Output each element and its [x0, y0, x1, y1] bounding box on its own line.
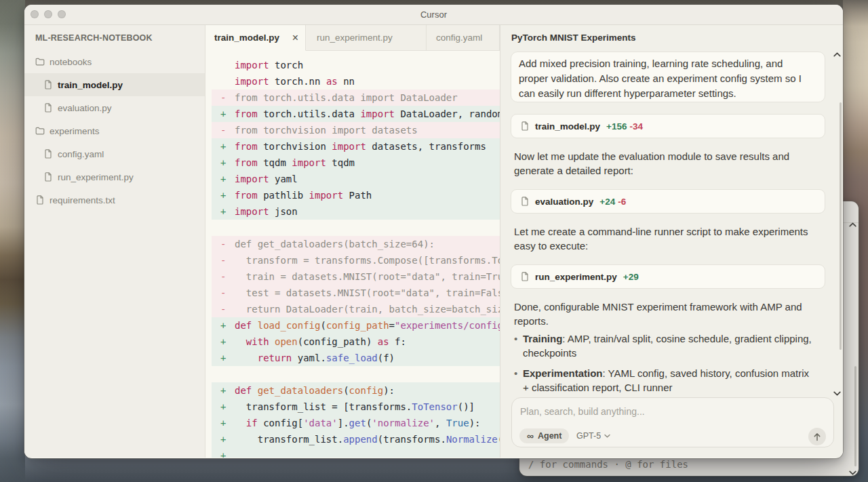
close-tab-icon[interactable]: ×	[292, 33, 298, 43]
diff-removed-sign: -	[220, 268, 226, 285]
sidebar-item-train_model.py[interactable]: train_model.py	[24, 73, 205, 96]
code-line: - test = datasets.MNIST(root="data", tra…	[212, 285, 500, 301]
code-text: with open(config_path) as f:	[235, 334, 406, 350]
diff-added-sign: +	[220, 138, 226, 155]
diff-added-sign: +	[220, 415, 226, 431]
code-line: +import yaml	[212, 171, 500, 187]
sidebar-item-notebooks[interactable]: notebooks	[24, 50, 205, 73]
scroll-down-icon[interactable]	[849, 470, 856, 475]
diff-removed-sign: -	[220, 252, 226, 268]
command-hint: / for commands · @ for files	[528, 459, 688, 470]
diff-removed-sign: -	[220, 236, 226, 252]
code-area[interactable]: import torchimport torch.nn as nn-from t…	[205, 51, 500, 458]
code-line: +import json	[212, 203, 500, 220]
agent-mode-selector[interactable]: ∞ Agent	[519, 428, 569, 443]
send-button[interactable]	[808, 428, 826, 445]
sidebar-item-evaluation.py[interactable]: evaluation.py	[24, 96, 205, 119]
diff-removed-sign: -	[220, 301, 226, 317]
sidebar-item-config.yaml[interactable]: config.yaml	[24, 142, 205, 165]
model-selector[interactable]: GPT-5	[576, 428, 610, 443]
code-line: + if config['data'].get('normalize', Tru…	[212, 415, 500, 431]
code-text: transform = transforms.Compose([transfor…	[235, 252, 500, 268]
code-text: test = datasets.MNIST(root="data", train…	[235, 285, 500, 301]
tab-label: config.yaml	[436, 33, 482, 43]
code-line: +from pathlib import Path	[212, 187, 500, 203]
code-text: return DataLoader(train, batch_size=batc…	[235, 301, 500, 317]
file-icon	[43, 149, 53, 159]
code-line: -def get_dataloaders(batch_size=64):	[212, 236, 500, 252]
sidebar-item-label: config.yaml	[58, 149, 104, 159]
code-text: import yaml	[235, 171, 298, 187]
tab-bar: train_model.py×run_experiment.pyconfig.y…	[205, 25, 500, 51]
sidebar-item-run_experiment.py[interactable]: run_experiment.py	[24, 165, 205, 188]
code-text: from torch.utils.data import DataLoader	[235, 89, 458, 106]
bullet-dot-icon: •	[514, 366, 523, 395]
sidebar-item-requirements.txt[interactable]: requirements.txt	[24, 188, 205, 212]
scrollbar-thumb[interactable]	[854, 366, 856, 466]
code-line: + with open(config_path) as f:	[212, 334, 500, 350]
bullet-rest: : AMP, train/val split, cosine schedule,…	[523, 333, 812, 359]
sidebar-item-experiments[interactable]: experiments	[24, 119, 205, 142]
arrow-up-icon	[813, 433, 821, 441]
added-lines-count: +29	[623, 272, 639, 282]
bullet-dot-icon: •	[514, 332, 523, 360]
chevron-down-icon	[604, 434, 610, 438]
chip-filename: train_model.py	[535, 121, 600, 132]
code-text: def get_dataloaders(config):	[235, 382, 395, 399]
code-text: return yaml.safe_load(f)	[235, 350, 395, 366]
file-icon	[43, 103, 53, 113]
infinity-icon: ∞	[527, 431, 534, 441]
chat-input[interactable]: Plan, search, build anything... ∞ Agent …	[511, 397, 834, 447]
tab-label: train_model.py	[214, 33, 279, 43]
removed-lines-count: -6	[618, 197, 626, 207]
file-change-chip-train_model.py[interactable]: train_model.py+156-34	[511, 114, 825, 138]
scroll-up-icon[interactable]	[849, 222, 856, 227]
bullet-text: Experimentation: YAML config, saved hist…	[523, 366, 809, 395]
tab-run_experiment.py[interactable]: run_experiment.py	[306, 25, 427, 51]
bullet-bold-label: Experimentation	[523, 367, 603, 379]
file-icon	[521, 121, 529, 131]
code-line: - return DataLoader(train, batch_size=ba…	[212, 301, 500, 317]
code-text: from torchvision import datasets, transf…	[235, 138, 486, 155]
code-text: transform_list = [transforms.ToTensor()]	[235, 399, 475, 415]
diff-added-sign: +	[220, 171, 226, 187]
bullet-bold-label: Training	[523, 333, 562, 344]
diff-added-sign: +	[220, 399, 226, 415]
added-lines-count: +156	[606, 121, 627, 132]
tab-label: run_experiment.py	[317, 33, 393, 43]
assistant-message: Now let me update the evaluation module …	[514, 149, 825, 178]
code-line: +from torch.utils.data import DataLoader…	[212, 106, 500, 122]
code-text: import json	[235, 203, 298, 220]
sidebar-item-label: requirements.txt	[50, 195, 115, 205]
code-text: train = datasets.MNIST(root="data", trai…	[235, 268, 500, 285]
assistant-message: Done, configurable MNIST experiment fram…	[514, 300, 825, 328]
file-change-chip-evaluation.py[interactable]: evaluation.py+24-6	[511, 189, 825, 214]
diff-added-sign: +	[220, 431, 226, 447]
tab-config.yaml[interactable]: config.yaml	[427, 25, 500, 51]
sidebar-item-label: train_model.py	[58, 80, 123, 90]
tab-train_model.py[interactable]: train_model.py×	[205, 25, 306, 51]
file-tree: notebookstrain_model.pyevaluation.pyexpe…	[24, 50, 205, 212]
file-icon	[521, 197, 529, 206]
code-line: - train = datasets.MNIST(root="data", tr…	[212, 268, 500, 285]
chat-scrollbar-thumb[interactable]	[840, 102, 842, 350]
sidebar-item-label: experiments	[50, 126, 100, 136]
chat-scroll-down-icon[interactable]	[833, 391, 841, 396]
diff-removed-sign: -	[220, 122, 226, 138]
sidebar: ML-RESEARCH-NOTEBOOK notebookstrain_mode…	[24, 25, 205, 458]
diff-added-sign: +	[220, 155, 226, 171]
code-line: import torch	[212, 57, 500, 73]
editor: train_model.py×run_experiment.pyconfig.y…	[205, 25, 500, 458]
code-line: -from torch.utils.data import DataLoader	[212, 89, 500, 106]
diff-added-sign: +	[220, 187, 226, 203]
code-line: + transform_list.append(transforms.Norma…	[212, 431, 500, 447]
file-icon	[35, 195, 45, 205]
file-icon	[521, 272, 529, 281]
diff-added-sign: +	[220, 317, 226, 334]
code-text: import torch	[235, 57, 303, 73]
cursor-window: Cursor ML-RESEARCH-NOTEBOOK notebookstra…	[24, 5, 843, 458]
chat-scroll-up-icon[interactable]	[833, 52, 841, 57]
code-line: + transform_list = [transforms.ToTensor(…	[212, 399, 500, 415]
code-gap	[212, 220, 500, 236]
file-change-chip-run_experiment.py[interactable]: run_experiment.py+29	[511, 264, 825, 289]
